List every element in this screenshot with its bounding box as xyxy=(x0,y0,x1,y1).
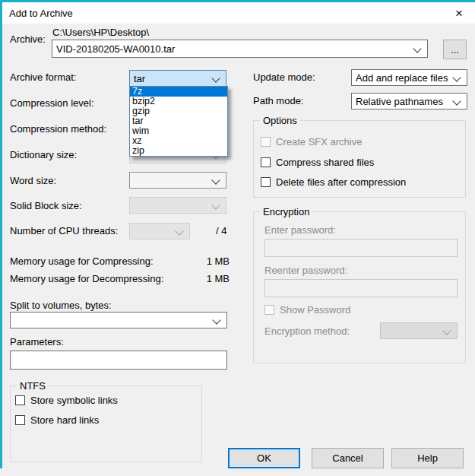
archive-format-label: Archive format: xyxy=(10,72,76,83)
cpu-threads-label: Number of CPU threads: xyxy=(10,226,118,236)
window-accent-border-top xyxy=(0,0,475,2)
encryption-method-label: Encryption method: xyxy=(264,326,350,337)
path-mode-combobox[interactable]: Relative pathnames xyxy=(351,93,467,109)
word-size-label: Word size: xyxy=(10,176,56,186)
cpu-threads-max: / 4 xyxy=(216,226,226,236)
split-volumes-label: Split to volumes, bytes: xyxy=(10,300,112,311)
create-sfx-label: Create SFX archive xyxy=(276,137,362,148)
enter-password-label: Enter password: xyxy=(264,225,336,236)
delete-after-label[interactable]: Delete files after compression xyxy=(276,177,406,188)
chevron-down-icon[interactable] xyxy=(211,176,220,184)
archive-filename: VID-20180205-WA0010.tar xyxy=(56,43,175,55)
show-password-label: Show Password xyxy=(280,305,350,316)
memory-decompress-label: Memory usage for Decompressing: xyxy=(10,274,163,284)
cpu-threads-combobox xyxy=(129,223,190,240)
store-symlinks-checkbox[interactable] xyxy=(15,395,25,405)
dropdown-option-wim[interactable]: wim xyxy=(130,126,227,136)
compression-method-label: Compression method: xyxy=(10,124,106,135)
chevron-down-icon xyxy=(442,326,451,335)
memory-compress-label: Memory usage for Compressing: xyxy=(10,256,154,267)
path-mode-label: Path mode: xyxy=(253,96,304,106)
add-to-archive-dialog: Add to Archive × Archive: C:\Users\HP\De… xyxy=(0,0,475,476)
close-icon[interactable]: × xyxy=(451,6,467,21)
dialog-title: Add to Archive xyxy=(9,8,73,19)
chevron-down-icon[interactable] xyxy=(452,73,461,81)
chevron-down-icon xyxy=(211,201,220,209)
window-accent-border-left xyxy=(0,0,2,468)
store-symlinks-label[interactable]: Store symbolic links xyxy=(30,395,118,406)
dictionary-size-label: Dictionary size: xyxy=(10,150,77,160)
reenter-password-label: Reenter password: xyxy=(264,265,347,276)
dropdown-option-gzip[interactable]: gzip xyxy=(130,106,227,116)
parameters-input[interactable] xyxy=(10,351,227,370)
cancel-button[interactable]: Cancel xyxy=(312,448,384,468)
enter-password-input xyxy=(264,239,458,257)
chevron-down-icon[interactable] xyxy=(413,44,421,52)
archive-format-value: tar xyxy=(134,73,145,84)
delete-after-checkbox[interactable] xyxy=(261,177,271,187)
show-password-checkbox xyxy=(264,305,274,315)
chevron-down-icon[interactable] xyxy=(212,316,220,324)
split-volumes-combobox[interactable] xyxy=(10,312,227,328)
archive-format-dropdown-list[interactable]: 7z bzip2 gzip tar wim xz zip xyxy=(129,86,228,157)
word-size-combobox[interactable] xyxy=(129,172,226,189)
memory-compress-value: 1 MB xyxy=(182,256,230,267)
archive-format-combobox[interactable]: tar xyxy=(129,70,226,87)
update-mode-value: Add and replace files xyxy=(356,72,448,84)
archive-name-combobox[interactable]: VID-20180205-WA0010.tar xyxy=(52,40,428,58)
encryption-group-title: Encryption xyxy=(260,206,312,217)
solid-block-size-combobox xyxy=(129,197,226,214)
dropdown-option-zip[interactable]: zip xyxy=(130,146,227,156)
update-mode-combobox[interactable]: Add and replace files xyxy=(351,69,467,86)
reenter-password-input xyxy=(264,279,458,297)
compress-shared-checkbox[interactable] xyxy=(261,157,271,167)
store-hardlinks-label[interactable]: Store hard links xyxy=(30,415,99,426)
chevron-down-icon[interactable] xyxy=(452,97,461,105)
path-mode-value: Relative pathnames xyxy=(356,96,443,107)
update-mode-label: Update mode: xyxy=(253,72,315,83)
memory-decompress-value: 1 MB xyxy=(182,274,230,284)
ok-button[interactable]: OK xyxy=(228,448,300,468)
dropdown-option-xz[interactable]: xz xyxy=(130,136,227,146)
archive-label: Archive: xyxy=(10,34,46,45)
store-hardlinks-checkbox[interactable] xyxy=(15,415,25,425)
chevron-down-icon[interactable] xyxy=(211,74,220,82)
encryption-method-combobox xyxy=(380,322,458,339)
archive-directory-text: C:\Users\HP\Desktop\ xyxy=(52,27,149,38)
options-group-title: Options xyxy=(260,115,300,126)
browse-button[interactable]: ... xyxy=(443,40,467,59)
solid-block-size-label: Solid Block size: xyxy=(10,201,82,211)
compress-shared-label[interactable]: Compress shared files xyxy=(276,157,374,168)
create-sfx-checkbox xyxy=(261,137,271,147)
compression-level-label: Compression level: xyxy=(10,98,94,109)
ntfs-group-title: NTFS xyxy=(17,380,49,392)
help-button[interactable]: Help xyxy=(391,448,464,468)
parameters-label: Parameters: xyxy=(10,337,64,347)
chevron-down-icon xyxy=(175,227,183,235)
title-bar[interactable]: Add to Archive × xyxy=(2,2,475,24)
